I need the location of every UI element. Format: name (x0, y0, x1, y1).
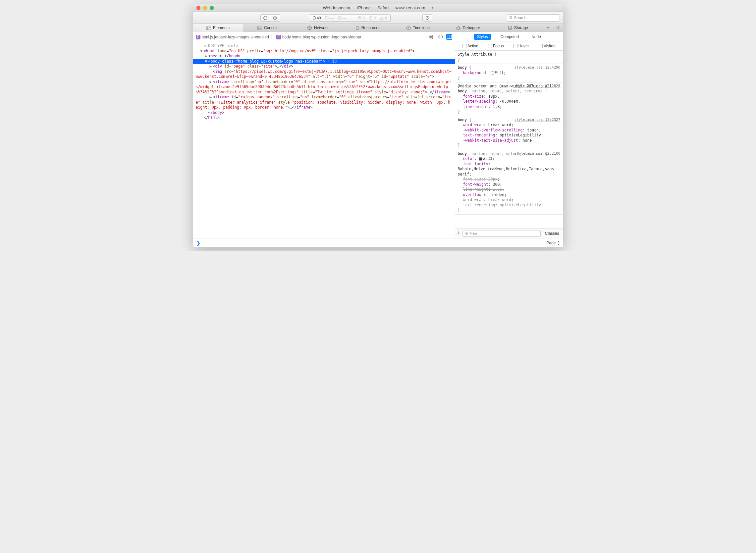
debugger-icon (456, 26, 461, 30)
styles-tab-computed[interactable]: Computed (497, 34, 522, 40)
code-icon (438, 35, 443, 39)
error-count: 0 (369, 16, 376, 20)
css-rule[interactable]: style.min.css:12:2828@media screen and (… (455, 82, 563, 116)
classes-toggle[interactable]: Classes (543, 230, 561, 236)
dom-node[interactable]: </body> (193, 110, 455, 115)
dom-node[interactable]: </html> (193, 115, 455, 121)
log-icon (358, 16, 362, 20)
time-indicator: — (338, 16, 347, 20)
elements-icon (206, 26, 211, 30)
css-rule[interactable]: style.min.css:12:2327body {word-wrap: br… (455, 116, 563, 150)
dom-node[interactable]: ▶<iframe scrolling="no" frameborder="0" … (193, 79, 455, 95)
styles-tab-node[interactable]: Node (528, 34, 544, 40)
pseudo-focus[interactable]: Focus (488, 44, 504, 48)
resource-count: 49 (312, 15, 321, 20)
pseudo-visited[interactable]: Visited (539, 44, 555, 48)
svg-rect-2 (358, 16, 361, 19)
toggle-sidebar-button[interactable] (446, 34, 452, 40)
css-rule[interactable]: style.min.css:12:4290body {background: #… (455, 64, 563, 82)
dom-node[interactable]: <img src="https://pixel.wp.com/g.gif?v=e… (193, 69, 455, 79)
element-picker-button[interactable] (423, 14, 432, 21)
svg-rect-7 (206, 26, 211, 29)
main-content: E html.js.jetpack-lazy-images-js-enabled… (193, 32, 563, 238)
reload-icon (263, 15, 268, 20)
tab-resources[interactable]: Resources (343, 24, 393, 32)
sidebar-icon (447, 35, 452, 39)
resources-icon (356, 25, 360, 30)
tab-console[interactable]: Console (243, 24, 293, 32)
print-button[interactable] (428, 34, 435, 41)
download-icon (273, 15, 277, 20)
log-count: 0 (358, 16, 365, 20)
toolbar: 49 — — 0 0 0 (193, 12, 563, 24)
clock-icon (338, 16, 342, 20)
dom-node[interactable]: ▶<div id="page" class="site">…</div> (193, 64, 455, 69)
dom-node[interactable]: ▼<html lang="en-US" prefix="og: http://o… (193, 49, 455, 54)
breakpoint-icon (325, 16, 329, 19)
svg-point-5 (427, 17, 428, 18)
tab-storage[interactable]: Storage (493, 24, 543, 32)
filter-icon (465, 232, 468, 235)
search-icon (509, 16, 513, 19)
pseudo-hover[interactable]: Hover (514, 44, 529, 48)
warning-icon (380, 16, 384, 20)
settings-button[interactable] (553, 24, 563, 32)
svg-point-13 (557, 27, 559, 28)
rule-origin[interactable]: style.min.css:12:4290 (514, 65, 560, 70)
gear-icon (556, 25, 560, 30)
timelines-icon (406, 25, 411, 30)
dom-node[interactable]: ▶<head>…</head> (193, 54, 455, 59)
dom-tree[interactable]: <!DOCTYPE html>▼<html lang="en-US" prefi… (193, 42, 455, 238)
inspector-window: Web Inspector — iPhone — Safari — www.ke… (193, 4, 563, 247)
css-rule[interactable]: style.min.css:12:2100body, button, input… (455, 150, 563, 215)
search-input[interactable]: Search (507, 14, 560, 21)
titlebar: Web Inspector — iPhone — Safari — www.ke… (193, 4, 563, 12)
styles-tabs: Styles Computed Node (455, 32, 563, 42)
dom-node[interactable]: <!DOCTYPE html> (193, 44, 455, 49)
breakpoint-indicator: — (325, 16, 334, 20)
element-badge: E (276, 35, 281, 40)
pseudo-classes-row: Active Focus Hover Visited (455, 42, 563, 51)
tab-elements[interactable]: Elements (193, 24, 243, 32)
printer-icon (429, 35, 434, 40)
crumb-body[interactable]: E body.home.blog.wp-custom-logo.has-side… (276, 35, 362, 40)
rule-origin[interactable]: style.min.css:12:2100 (514, 151, 560, 156)
page-selector[interactable]: Page (546, 241, 559, 245)
rule-origin[interactable]: style.min.css:12:2327 (514, 117, 560, 123)
tab-debugger[interactable]: Debugger (443, 24, 493, 32)
tab-network[interactable]: Network (293, 24, 343, 32)
filter-row: + Filter Classes (455, 228, 563, 238)
main-tabs: Elements Console Network Resources Timel… (193, 24, 563, 32)
console-prompt[interactable]: ❯ (197, 240, 201, 246)
svg-point-12 (509, 26, 512, 27)
storage-icon (508, 25, 512, 30)
dom-node[interactable]: ▼<body class="home blog wp-custom-logo h… (193, 59, 455, 64)
styles-tab-styles[interactable]: Styles (474, 34, 491, 40)
filter-input[interactable]: Filter (462, 230, 541, 237)
code-button[interactable] (437, 34, 444, 41)
rules-list[interactable]: Style Attribute {}style.min.css:12:4290b… (455, 51, 563, 228)
svg-point-11 (457, 26, 459, 29)
pseudo-active[interactable]: Active (462, 44, 478, 48)
rule-style-attribute[interactable]: Style Attribute {} (455, 51, 563, 64)
svg-rect-15 (447, 35, 451, 38)
element-badge: E (196, 35, 201, 40)
crumb-html[interactable]: E html.js.jetpack-lazy-images-js-enabled (196, 35, 269, 40)
new-tab-button[interactable]: + (543, 24, 553, 32)
breadcrumb-bar: E html.js.jetpack-lazy-images-js-enabled… (193, 32, 455, 42)
chevron-updown-icon (557, 241, 560, 245)
console-icon (257, 26, 262, 30)
crosshair-icon (425, 15, 430, 20)
svg-point-6 (510, 16, 512, 18)
rule-origin[interactable]: style.min.css:12:2828 (514, 84, 560, 89)
console-bar: ❯ Page (193, 238, 563, 247)
svg-rect-14 (430, 37, 432, 39)
warning-count: 0 (380, 16, 387, 20)
download-button[interactable] (270, 14, 280, 21)
styles-panel: Styles Computed Node Active Focus Hover … (455, 32, 563, 238)
tab-timelines[interactable]: Timelines (393, 24, 443, 32)
new-rule-button[interactable]: + (457, 230, 461, 237)
document-icon (312, 15, 316, 20)
reload-button[interactable] (260, 14, 270, 21)
dom-node[interactable]: ▶<iframe id="rufous-sandbox" scrolling="… (193, 95, 455, 110)
